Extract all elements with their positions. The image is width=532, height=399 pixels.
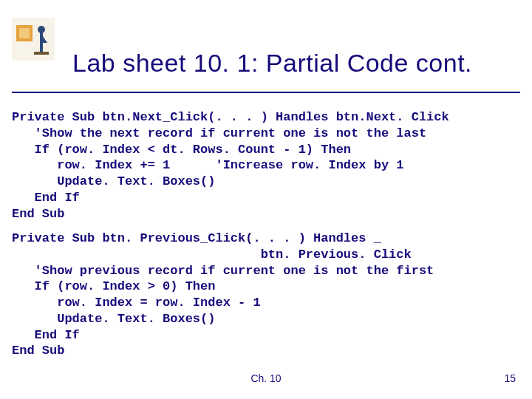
svg-point-5 — [38, 26, 45, 33]
svg-rect-3 — [34, 52, 49, 55]
slide-title: Lab sheet 10. 1: Partial Code cont. — [72, 49, 472, 78]
code-block-next: Private Sub btn.Next_Click(. . . ) Handl… — [12, 109, 520, 222]
footer-page-number: 15 — [504, 372, 516, 384]
logo-icon — [12, 18, 55, 61]
slide-logo — [12, 18, 55, 64]
svg-rect-2 — [19, 28, 30, 38]
slide: Lab sheet 10. 1: Partial Code cont. Priv… — [0, 0, 532, 399]
code-block-previous: Private Sub btn. Previous_Click(. . . ) … — [12, 231, 520, 359]
footer-chapter: Ch. 10 — [0, 372, 532, 384]
title-underline — [12, 92, 520, 93]
